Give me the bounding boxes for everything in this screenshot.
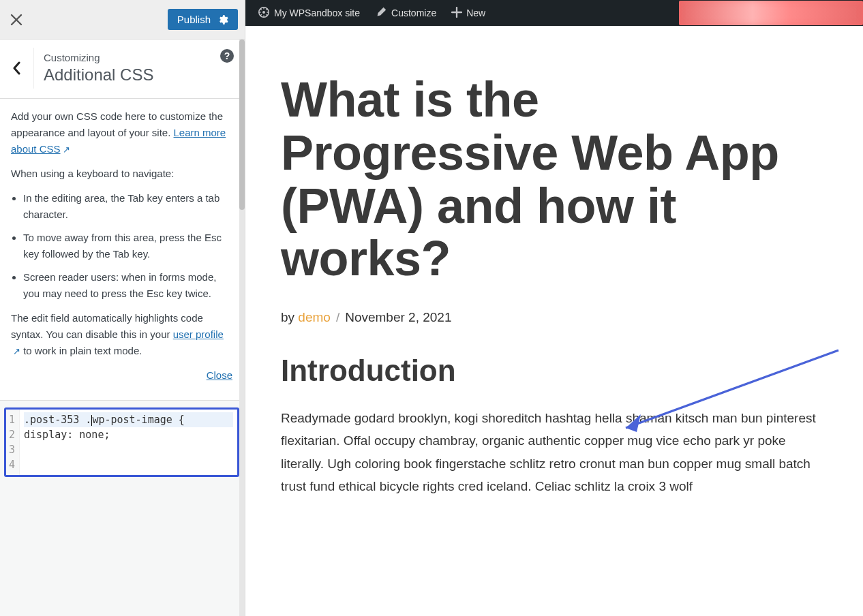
list-item: To move away from this area, press the E… bbox=[23, 230, 232, 262]
publish-label: Publish bbox=[177, 14, 211, 25]
author-link[interactable]: demo bbox=[298, 310, 331, 324]
css-editor[interactable]: 1234 .post-353 .wp-post-image {display: … bbox=[4, 407, 239, 477]
gear-icon bbox=[217, 14, 228, 25]
admin-bar-new[interactable]: New bbox=[446, 0, 491, 26]
customizer-sidebar: Publish Customizing Additional CSS ? Add… bbox=[0, 0, 245, 616]
brush-icon bbox=[375, 6, 387, 20]
back-button[interactable] bbox=[0, 48, 34, 89]
keyboard-tips-list: In the editing area, the Tab key enters … bbox=[11, 190, 232, 302]
line-gutter: 1234 bbox=[6, 410, 20, 475]
panel-pretitle: Customizing bbox=[44, 52, 234, 63]
admin-bar-site-label: My WPSandbox site bbox=[274, 7, 360, 18]
site-preview: My WPSandbox site Customize New What is … bbox=[245, 0, 863, 616]
post-date: November 2, 2021 bbox=[345, 310, 451, 324]
wp-admin-bar: My WPSandbox site Customize New bbox=[245, 0, 863, 26]
post-body: Readymade godard brooklyn, kogi shoredit… bbox=[281, 407, 829, 497]
code-area[interactable]: .post-353 .wp-post-image {display: none; bbox=[20, 410, 237, 475]
list-item: In the editing area, the Tab key enters … bbox=[23, 190, 232, 223]
scroll-thumb[interactable] bbox=[239, 40, 245, 210]
svg-point-1 bbox=[262, 11, 265, 14]
list-item: Screen reader users: when in forms mode,… bbox=[23, 269, 232, 302]
external-link-icon: ↗ bbox=[63, 143, 70, 157]
admin-bar-customize-label: Customize bbox=[391, 7, 436, 18]
post-title: What is the Progressive Web App (PWA) an… bbox=[281, 74, 829, 286]
publish-button[interactable]: Publish bbox=[168, 9, 238, 30]
close-help-link[interactable]: Close bbox=[207, 369, 232, 381]
plus-icon bbox=[451, 7, 462, 20]
panel-title: Additional CSS bbox=[44, 65, 234, 84]
admin-bar-site[interactable]: My WPSandbox site bbox=[252, 0, 365, 26]
post-subheading: Introduction bbox=[281, 354, 829, 388]
external-link-icon: ↗ bbox=[13, 345, 20, 359]
admin-bar-customize[interactable]: Customize bbox=[369, 0, 442, 26]
dashboard-icon bbox=[258, 6, 270, 20]
desc-syntax-suffix: to work in plain text mode. bbox=[20, 345, 142, 356]
loading-indicator bbox=[679, 1, 863, 25]
panel-header: Customizing Additional CSS ? bbox=[0, 40, 245, 99]
css-editor-wrap: 1234 .post-353 .wp-post-image {display: … bbox=[0, 401, 245, 616]
chevron-left-icon bbox=[12, 61, 22, 75]
desc-keyboard-heading: When using a keyboard to navigate: bbox=[11, 166, 232, 182]
panel-description: Add your own CSS code here to customize … bbox=[0, 99, 245, 401]
sidebar-scrollbar[interactable] bbox=[239, 40, 245, 616]
post-content: What is the Progressive Web App (PWA) an… bbox=[245, 26, 863, 497]
close-customizer-button[interactable] bbox=[0, 0, 33, 40]
by-label: by bbox=[281, 310, 298, 324]
post-meta: by demo/November 2, 2021 bbox=[281, 310, 829, 325]
admin-bar-new-label: New bbox=[466, 7, 485, 18]
help-button[interactable]: ? bbox=[220, 49, 234, 63]
close-icon bbox=[10, 14, 22, 26]
meta-separator: / bbox=[336, 310, 339, 324]
sidebar-topbar: Publish bbox=[0, 0, 245, 40]
